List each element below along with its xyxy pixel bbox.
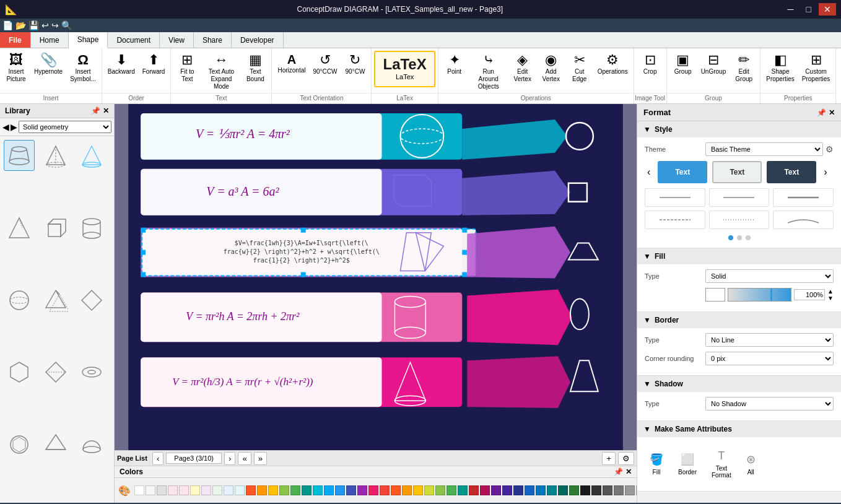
color-swatch[interactable] [246,485,256,495]
color-swatch[interactable] [413,485,423,495]
theme-preview-2[interactable]: Text [712,161,762,183]
page-prev-btn[interactable]: ‹ [152,452,163,465]
theme-preview-3[interactable]: Text [767,161,816,183]
qa-redo[interactable]: ↪ [51,20,59,30]
color-swatch[interactable] [324,485,334,495]
color-swatch[interactable] [335,485,345,495]
page-last-btn[interactable]: » [254,452,267,465]
line-preview-5[interactable] [709,211,770,229]
library-item[interactable] [76,285,107,316]
fill-section-header[interactable]: ▼ Fill [637,248,841,264]
tab-developer[interactable]: Developer [232,32,284,48]
make-same-all-btn[interactable]: ⊛ All [741,450,760,478]
tab-shape[interactable]: Shape [69,32,108,48]
color-swatch[interactable] [268,485,278,495]
diagram-canvas[interactable]: V = ⅓πr² A = 4πr² V = a³ A = 6a² [115,104,637,450]
color-swatch[interactable] [591,485,601,495]
tab-document[interactable]: Document [108,32,160,48]
qa-undo[interactable]: ↩ [41,20,49,30]
opacity-up[interactable]: ▲ [827,289,834,295]
shadow-section-header[interactable]: ▼ Shadow [637,376,841,392]
backward-button[interactable]: ⬇ Backward [105,51,138,78]
library-item[interactable] [76,212,107,243]
rotate-ccw-button[interactable]: ↺ 90°CCW [310,51,340,78]
color-swatch[interactable] [368,485,378,495]
tab-file[interactable]: File [0,32,31,48]
canvas-container[interactable]: V = ⅓πr² A = 4πr² V = a³ A = 6a² [115,104,637,450]
page-settings-btn[interactable]: ⚙ [618,452,634,465]
color-swatch[interactable] [625,485,635,495]
library-item[interactable] [76,357,107,388]
operations-button[interactable]: ⚙ Operations [595,51,631,78]
border-section-header[interactable]: ▼ Border [637,312,841,328]
color-swatch[interactable] [346,485,356,495]
color-swatch[interactable] [224,485,233,495]
tab-view[interactable]: View [160,32,194,48]
horizontal-button[interactable]: A Horizontal [274,51,308,77]
color-swatch[interactable] [391,485,401,495]
cut-edge-button[interactable]: ✂ CutEdge [566,51,593,85]
style-section-header[interactable]: ▼ Style [637,121,841,137]
format-close[interactable]: ✕ [829,108,835,117]
color-swatch[interactable] [357,485,367,495]
border-type-select[interactable]: No Line Solid Dashed [705,333,834,347]
line-preview-2[interactable] [709,188,770,207]
color-swatch[interactable] [458,485,468,495]
insert-symbol-button[interactable]: Ω InsertSymbol... [67,51,99,85]
fill-opacity-input[interactable] [794,289,825,300]
fill-type-select[interactable]: Solid Gradient Pattern None [705,269,834,283]
color-swatch[interactable] [134,485,144,495]
theme-select[interactable]: Basic Theme Dark Theme Light Theme [705,142,823,156]
color-swatch[interactable] [614,485,624,495]
insert-picture-button[interactable]: 🖼 InsertPicture [2,51,30,85]
line-preview-1[interactable] [645,188,705,207]
color-swatch[interactable] [491,485,501,495]
library-item[interactable] [40,357,71,388]
minimize-btn[interactable]: ─ [783,3,799,15]
colors-pin[interactable]: 📌 [614,467,623,476]
fit-to-text-button[interactable]: ⊞ Fit toText [173,51,201,85]
color-swatch[interactable] [402,485,412,495]
tab-home[interactable]: Home [31,32,69,48]
color-swatch[interactable] [290,485,300,495]
tab-share[interactable]: Share [194,32,232,48]
make-same-fill-btn[interactable]: 🪣 Fill [645,450,668,478]
color-swatch[interactable] [536,485,546,495]
hypernote-button[interactable]: 📎 Hypernote [31,51,66,78]
color-swatch[interactable] [380,485,390,495]
library-item[interactable] [40,429,71,460]
color-swatch[interactable] [302,485,312,495]
close-btn[interactable]: ✕ [819,3,836,15]
rotate-cw-button[interactable]: ↻ 90°CW [341,51,368,78]
line-preview-3[interactable] [773,188,834,207]
add-vertex-button[interactable]: ◉ AddVertex [538,51,565,85]
maximize-btn[interactable]: □ [801,3,816,15]
theme-next-btn[interactable]: › [821,164,829,180]
color-swatch[interactable] [235,485,245,495]
color-swatch[interactable] [179,485,189,495]
theme-prev-btn[interactable]: ‹ [645,164,653,180]
library-item[interactable] [40,212,71,243]
library-next[interactable]: ▶ [11,122,17,132]
color-swatch[interactable] [603,485,612,495]
run-around-button[interactable]: ⤷ Run AroundObjects [469,51,508,93]
library-item[interactable] [40,285,71,316]
library-item[interactable] [4,140,35,171]
color-swatch[interactable] [558,485,568,495]
make-same-border-btn[interactable]: ⬜ Border [673,450,702,478]
color-swatch[interactable] [257,485,267,495]
color-palette-icon[interactable]: 🎨 [118,485,131,497]
color-swatch[interactable] [212,485,222,495]
color-swatch[interactable] [447,485,456,495]
color-swatch[interactable] [279,485,289,495]
library-item[interactable] [4,285,35,316]
line-preview-6[interactable] [773,211,834,229]
color-swatch[interactable] [424,485,434,495]
color-swatch[interactable] [157,485,167,495]
color-swatch[interactable] [547,485,557,495]
custom-properties-button[interactable]: ⊞ CustomProperties [799,51,834,85]
library-pin[interactable]: 📌 [91,106,100,115]
text-auto-expand-button[interactable]: ↔ Text AutoExpand Mode [202,51,240,93]
make-same-section-header[interactable]: ▼ Make Same Attributes [637,421,841,437]
group-button[interactable]: ▣ Group [669,51,697,78]
